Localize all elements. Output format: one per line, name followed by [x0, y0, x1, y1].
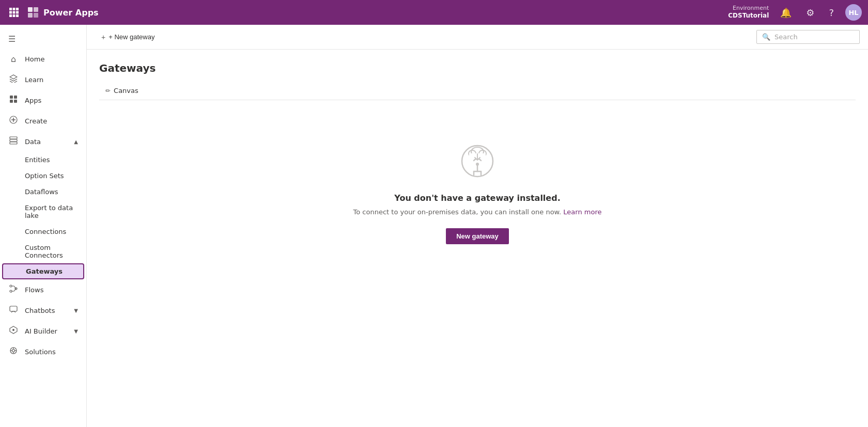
sidebar-label-apps: Apps — [25, 97, 78, 104]
sidebar-label-learn: Learn — [25, 76, 78, 84]
sidebar-label-solutions: Solutions — [25, 348, 78, 356]
sidebar-subitem-entities[interactable]: Entities — [0, 152, 86, 168]
solutions-icon — [8, 346, 19, 357]
chatbots-chevron-icon: ▼ — [74, 308, 78, 313]
tab-canvas[interactable]: ✏ Canvas — [99, 83, 145, 100]
export-label: Export to data lake — [25, 204, 78, 219]
dataflows-label: Dataflows — [25, 188, 58, 196]
sidebar-label-create: Create — [25, 117, 78, 125]
empty-state: You don't have a gateway installed. To c… — [99, 100, 856, 286]
data-subitems: Entities Option Sets Dataflows Export to… — [0, 152, 86, 279]
svg-rect-12 — [34, 13, 38, 18]
avatar[interactable]: HL — [845, 4, 862, 21]
learn-more-link[interactable]: Learn more — [563, 208, 601, 216]
sidebar-subitem-gateways[interactable]: Gateways — [2, 263, 84, 279]
custom-connectors-label: Custom Connectors — [25, 244, 78, 259]
empty-subtitle: To connect to your on-premises data, you… — [353, 208, 602, 216]
svg-rect-21 — [10, 139, 17, 141]
environment-info[interactable]: Environment CDSTutorial — [728, 5, 769, 20]
app-name: Power Apps — [43, 8, 99, 18]
svg-rect-20 — [10, 137, 17, 139]
chatbots-icon — [8, 305, 19, 315]
svg-rect-0 — [9, 8, 12, 10]
svg-rect-7 — [13, 14, 16, 17]
svg-rect-13 — [10, 96, 13, 99]
gateway-empty-icon — [457, 141, 498, 183]
sidebar-item-create[interactable]: Create — [0, 110, 86, 131]
apps-icon — [8, 95, 19, 105]
svg-rect-1 — [13, 8, 16, 10]
svg-point-28 — [12, 329, 14, 331]
svg-point-30 — [12, 350, 15, 352]
svg-rect-3 — [9, 11, 12, 14]
app-logo: Power Apps — [27, 6, 99, 19]
svg-point-25 — [10, 290, 12, 292]
sidebar: ☰ ⌂ Home Learn Apps Create — [0, 25, 87, 427]
search-placeholder: Search — [774, 33, 798, 41]
sidebar-item-learn[interactable]: Learn — [0, 69, 86, 90]
home-icon: ⌂ — [8, 54, 19, 64]
gateways-label: Gateways — [26, 267, 63, 275]
create-icon — [8, 116, 19, 126]
svg-rect-14 — [14, 96, 17, 99]
ai-builder-chevron-icon: ▼ — [74, 328, 78, 334]
data-icon — [8, 136, 19, 147]
svg-rect-4 — [13, 11, 16, 14]
search-icon: 🔍 — [762, 33, 770, 41]
svg-rect-10 — [34, 7, 38, 12]
new-gateway-cta-button[interactable]: New gateway — [446, 228, 509, 244]
svg-rect-11 — [28, 13, 33, 18]
sidebar-subitem-export[interactable]: Export to data lake — [0, 200, 86, 224]
main-layout: ☰ ⌂ Home Learn Apps Create — [0, 25, 868, 427]
help-icon[interactable]: ? — [826, 4, 837, 21]
sidebar-subitem-custom-connectors[interactable]: Custom Connectors — [0, 240, 86, 263]
topbar: Power Apps Environment CDSTutorial 🔔 ⚙ ?… — [0, 0, 868, 25]
svg-rect-8 — [16, 14, 19, 17]
ai-builder-icon — [8, 326, 19, 336]
empty-title: You don't have a gateway installed. — [394, 193, 560, 203]
plus-icon: + — [101, 33, 105, 41]
sidebar-label-home: Home — [25, 55, 78, 63]
svg-rect-2 — [16, 8, 19, 10]
data-chevron-icon: ▲ — [74, 139, 78, 145]
sidebar-label-data: Data — [25, 138, 68, 146]
menu-collapse-button[interactable]: ☰ — [0, 29, 86, 49]
entities-label: Entities — [25, 156, 50, 164]
sidebar-label-chatbots: Chatbots — [25, 307, 68, 314]
svg-rect-16 — [14, 100, 17, 103]
content-area: + + New gateway 🔍 Search Gateways ✏ Canv… — [87, 25, 868, 427]
flows-icon — [8, 284, 19, 295]
sidebar-item-chatbots[interactable]: Chatbots ▼ — [0, 300, 86, 321]
toolbar: + + New gateway 🔍 Search — [87, 25, 868, 50]
settings-icon[interactable]: ⚙ — [803, 4, 817, 21]
sidebar-item-ai-builder[interactable]: AI Builder ▼ — [0, 321, 86, 341]
sidebar-label-flows: Flows — [25, 286, 78, 294]
sidebar-item-apps[interactable]: Apps — [0, 90, 86, 110]
new-gateway-button[interactable]: + + New gateway — [95, 30, 161, 44]
sidebar-subitem-option-sets[interactable]: Option Sets — [0, 168, 86, 184]
svg-rect-15 — [10, 100, 13, 103]
sidebar-subitem-dataflows[interactable]: Dataflows — [0, 184, 86, 200]
svg-rect-5 — [16, 11, 19, 14]
notification-icon[interactable]: 🔔 — [777, 4, 795, 21]
learn-icon — [8, 74, 19, 85]
tab-bar: ✏ Canvas — [99, 83, 856, 100]
sidebar-label-ai-builder: AI Builder — [25, 327, 68, 335]
page-title: Gateways — [99, 62, 856, 74]
tab-canvas-label: Canvas — [114, 87, 138, 94]
sidebar-subitem-connections[interactable]: Connections — [0, 224, 86, 240]
waffle-menu-icon[interactable] — [6, 5, 22, 20]
env-name: CDSTutorial — [728, 12, 769, 20]
svg-rect-6 — [9, 14, 12, 17]
env-label: Environment — [733, 5, 769, 12]
sidebar-item-flows[interactable]: Flows — [0, 279, 86, 300]
sidebar-item-data[interactable]: Data ▲ — [0, 131, 86, 152]
sidebar-item-solutions[interactable]: Solutions — [0, 341, 86, 362]
topbar-right: Environment CDSTutorial 🔔 ⚙ ? HL — [728, 4, 862, 21]
connections-label: Connections — [25, 228, 66, 235]
svg-rect-22 — [10, 142, 17, 144]
sidebar-item-home[interactable]: ⌂ Home — [0, 49, 86, 69]
empty-subtitle-text: To connect to your on-premises data, you… — [353, 208, 562, 216]
search-box[interactable]: 🔍 Search — [756, 30, 860, 44]
toolbar-right: 🔍 Search — [756, 30, 860, 44]
